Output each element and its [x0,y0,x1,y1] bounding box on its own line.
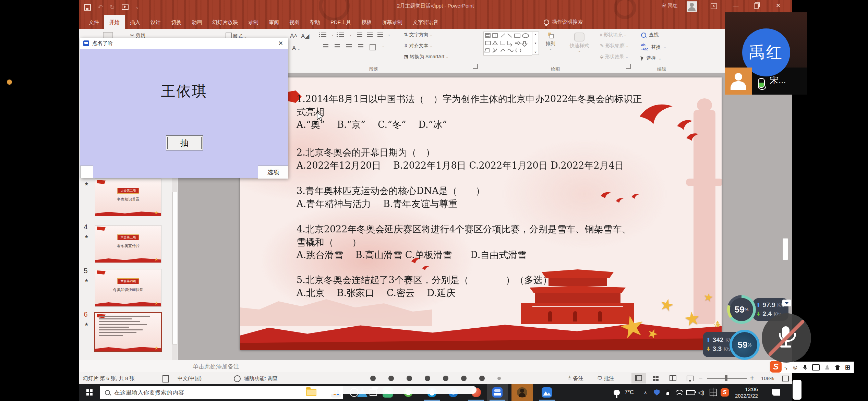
align-left-icon[interactable] [323,44,328,49]
font-clear-icon[interactable]: A◢ [301,33,309,40]
font-grow-icon[interactable]: A˄ [290,33,297,39]
fit-slide-button[interactable] [782,376,789,381]
weather-icon[interactable] [614,384,620,401]
scrollbar-thumb[interactable] [172,192,177,344]
shapes-gallery[interactable] [483,32,532,56]
drawing-dialog-launcher[interactable] [626,64,631,69]
ribbon-display-options-button[interactable] [706,0,722,12]
mute-microphone-button[interactable] [762,313,811,363]
smartart-button[interactable]: ⬔ 转换为 SmartArt ⌄ [404,54,449,60]
tab-slideshow[interactable]: 幻灯片放映 [207,15,243,29]
tab-pdf-tools[interactable]: PDF工具 [325,15,356,29]
nav-dot[interactable] [443,376,448,381]
nav-dot[interactable] [388,376,394,381]
reading-view-button[interactable] [666,373,680,384]
tell-me-search[interactable]: 操作说明搜索 [544,15,583,29]
decrease-indent-icon[interactable] [357,33,362,37]
arrange-button[interactable]: 排列 ⌄ [546,33,555,51]
bullets-icon[interactable] [321,33,326,37]
minimize-button[interactable]: — [727,0,744,12]
nav-dot-small[interactable] [497,377,501,380]
action-center-icon[interactable] [772,384,780,401]
normal-view-button[interactable] [631,373,646,384]
keyboard-icon[interactable] [812,364,820,370]
account-name[interactable]: 宋 禹红 [662,3,677,9]
shape-effects-button[interactable]: ⬙ 形状效果 ⌄ [600,54,628,60]
align-text-button[interactable]: ⇳ 对齐文本 ⌄ [404,43,433,49]
language-indicator[interactable]: 中文(中国) [178,372,202,384]
slide-thumbnail-5[interactable]: 大会第四项 冬奥知识快问快答 ★ [95,269,161,306]
tab-design[interactable]: 设计 [145,15,166,29]
annotation-dot[interactable] [7,80,12,85]
taskbar-app-file-explorer[interactable] [301,384,322,401]
shapes-scrollbar[interactable]: ▴▾⊽ [532,32,539,55]
volume-icon[interactable]: ◁) [698,384,704,401]
line-spacing-icon[interactable] [377,33,383,37]
voice-input-icon[interactable] [803,364,807,370]
security-shield-icon[interactable] [654,384,660,401]
tray-expand-chevron-icon[interactable]: ∧ [644,384,647,401]
select-button[interactable]: 选择 ⌄ [641,55,661,61]
tab-templates[interactable]: 模板 [356,15,377,29]
tab-text-to-speech[interactable]: 文字转语音 [408,15,444,29]
battery-icon[interactable] [686,384,695,401]
participant-video-tile[interactable]: 禹红 宋... [725,12,807,95]
tab-insert[interactable]: 插入 [125,15,145,29]
slide-sorter-view-button[interactable] [649,373,663,384]
nav-dot[interactable] [407,376,412,381]
tab-home[interactable]: 开始 [104,15,125,29]
align-center-icon[interactable] [335,44,340,49]
nav-dot[interactable] [461,376,467,381]
taskbar-app-rollcall-active[interactable] [487,384,508,401]
cpu-monitor-circle[interactable]: 59% [727,295,756,324]
penguin-app-icon[interactable] [665,384,671,401]
punctuation-toggle[interactable]: ·, [784,365,787,370]
temperature-label[interactable]: 7°C [625,384,634,401]
start-button[interactable] [79,384,100,401]
tab-help[interactable]: 帮助 [305,15,325,29]
slide-thumbnail-4[interactable]: 大会第三项 看冬奥宣传片 ★ [95,226,161,263]
tab-review[interactable]: 审阅 [264,15,284,29]
overlay-handle-strip[interactable] [793,380,801,400]
notes-toggle[interactable]: ≜ 备注 [567,372,583,384]
dialog-titlebar[interactable]: 点名了哈 ✕ [80,38,288,49]
network-monitor-circle[interactable]: 59% [730,330,760,360]
find-button[interactable]: 查找 [641,32,659,38]
paragraph-dialog-launcher[interactable] [473,64,478,69]
accessibility-status[interactable]: 辅助功能: 调查 [244,372,278,384]
options-button[interactable]: 选项 [258,166,288,179]
zoom-slider-thumb[interactable] [725,375,727,381]
clock[interactable]: 13:06 2022/2/22 [735,385,758,400]
nav-dot[interactable] [479,376,485,381]
nav-dot[interactable] [370,376,376,381]
taskbar-app-mountain[interactable] [536,384,557,401]
dialog-close-icon[interactable]: ✕ [278,40,283,47]
proofing-icon[interactable] [162,375,169,382]
emoji-icon[interactable]: ☺ [792,364,798,371]
self-tile-person-icon[interactable] [725,68,752,95]
replace-button[interactable]: ab⇢ac替换 ⌄ [641,43,666,51]
taskbar-app-meeting-active[interactable] [511,384,533,401]
wifi-icon[interactable] [676,384,683,401]
increase-indent-icon[interactable] [367,33,373,37]
slide-canvas[interactable]: ★ ★ ★ ★ ★ 1.2014年8月1日以中国书法（ ）字为创作主体的北京申办… [240,77,722,350]
accessibility-icon[interactable] [234,375,241,382]
slideshow-view-button[interactable] [683,373,697,384]
quick-styles-button[interactable]: 快速样式 ⌄ [570,33,589,53]
tab-screen-record[interactable]: 屏幕录制 [377,15,408,29]
sogou-logo[interactable]: S [770,361,782,373]
align-right-icon[interactable] [346,44,352,49]
sogou-input-toolbar[interactable]: 中 ·, ☺ ♟ ⊞ [770,362,854,373]
toolbox-grid-icon[interactable]: ⊞ [845,364,850,371]
zoom-out-button[interactable]: − [699,372,703,384]
slide-thumbnail-6-selected[interactable]: ★ [95,313,161,351]
columns-icon[interactable] [370,44,376,50]
tab-transitions[interactable]: 切换 [166,15,186,29]
shape-outline-button[interactable]: ✎ 形状轮廓 ⌄ [600,43,629,49]
ime-indicator-icon[interactable] [710,384,717,401]
shape-fill-button[interactable]: ⬨ 形状填充 ⌄ [600,32,627,38]
screenshare-toolbar-pill[interactable] [321,386,477,394]
font-color-icon[interactable]: A ⌄ [292,45,300,52]
account-icon[interactable]: ♟ [824,364,830,371]
tab-file[interactable]: 文件 [84,15,104,29]
